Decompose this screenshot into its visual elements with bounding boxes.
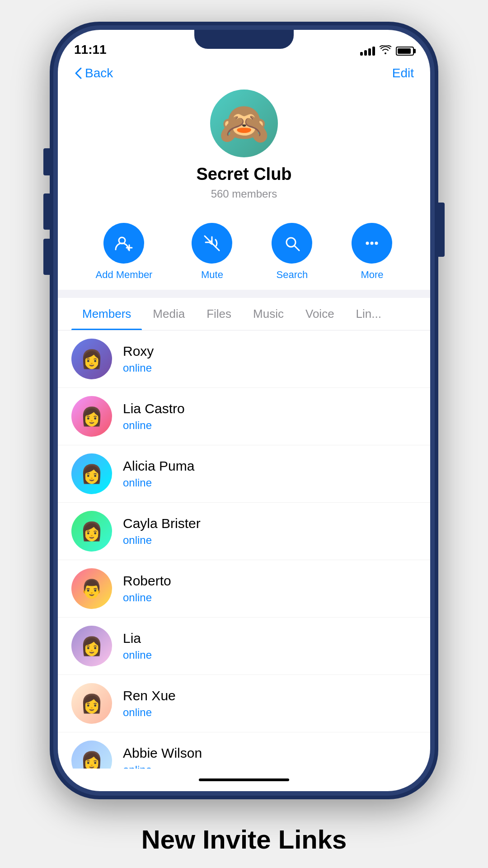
home-bar (199, 778, 289, 781)
member-name: Alicia Puma (123, 458, 194, 474)
member-status: online (123, 591, 171, 604)
member-name: Lia (123, 631, 152, 646)
phone-frame: 11:11 (50, 22, 438, 799)
list-item[interactable]: 👩 Abbie Wilson online (58, 732, 430, 769)
avatar: 👩 (71, 511, 112, 552)
svg-point-7 (371, 242, 374, 245)
group-header: 🙈 Secret Club 560 members (58, 85, 430, 214)
search-action-button[interactable]: Search (272, 223, 312, 281)
more-label: More (361, 269, 383, 281)
add-member-button[interactable]: Add Member (96, 223, 153, 281)
tab-links[interactable]: Lin... (345, 298, 392, 330)
member-status: online (123, 764, 202, 769)
avatar: 👩 (71, 683, 112, 724)
tab-members[interactable]: Members (71, 298, 142, 330)
avatar: 👩 (71, 453, 112, 494)
wifi-icon (380, 45, 391, 57)
section-divider (58, 290, 430, 298)
status-time: 11:11 (74, 42, 107, 57)
notch (194, 30, 294, 49)
tab-files[interactable]: Files (196, 298, 242, 330)
more-action-button[interactable]: More (352, 223, 392, 281)
mute-action-button[interactable]: Mute (192, 223, 232, 281)
page-wrapper: 11:11 (0, 0, 488, 868)
search-label: Search (277, 269, 308, 281)
member-name: Roberto (123, 573, 171, 589)
back-button[interactable]: Back (74, 66, 113, 80)
tab-media[interactable]: Media (142, 298, 196, 330)
volume-up-button (43, 193, 50, 230)
power-button (438, 203, 445, 257)
list-item[interactable]: 👩 Cayla Brister online (58, 503, 430, 560)
group-avatar: 🙈 (210, 90, 278, 157)
member-name: Lia Castro (123, 401, 185, 416)
list-item[interactable]: 👩 Lia Castro online (58, 388, 430, 445)
list-item[interactable]: 👩 Roxy online (58, 330, 430, 388)
add-member-icon-circle (103, 223, 144, 264)
avatar: 👩 (71, 741, 112, 769)
member-status: online (123, 706, 176, 719)
tab-voice[interactable]: Voice (295, 298, 345, 330)
member-status: online (123, 476, 194, 489)
member-status: online (123, 362, 154, 374)
back-label: Back (85, 66, 113, 80)
member-name: Cayla Brister (123, 516, 201, 531)
action-buttons: Add Member Mute (58, 214, 430, 290)
mute-button (43, 148, 50, 175)
svg-line-5 (295, 246, 299, 250)
mute-label: Mute (201, 269, 223, 281)
volume-down-button (43, 239, 50, 275)
bottom-text: New Invite Links (0, 824, 488, 854)
signal-icon (360, 47, 375, 56)
status-icons (360, 45, 414, 57)
avatar: 👩 (71, 339, 112, 379)
edit-button[interactable]: Edit (392, 66, 414, 80)
group-avatar-emoji: 🙈 (219, 100, 269, 147)
more-icon-circle (352, 223, 392, 264)
member-status: online (123, 649, 152, 661)
phone-screen: 11:11 (58, 30, 430, 791)
svg-point-6 (366, 242, 369, 245)
home-indicator (58, 769, 430, 791)
add-member-label: Add Member (96, 269, 153, 281)
battery-icon (396, 47, 414, 56)
list-item[interactable]: 👩 Lia online (58, 618, 430, 675)
svg-point-8 (375, 242, 378, 245)
members-list: 👩 Roxy online 👩 Lia Castro online (58, 330, 430, 769)
member-status: online (123, 419, 185, 432)
group-name: Secret Club (196, 165, 291, 184)
member-name: Ren Xue (123, 688, 176, 703)
tabs-bar: Members Media Files Music Voice Lin... (58, 298, 430, 330)
list-item[interactable]: 👩 Alicia Puma online (58, 445, 430, 503)
avatar: 👩 (71, 626, 112, 666)
avatar: 👩 (71, 396, 112, 437)
mute-icon-circle (192, 223, 232, 264)
member-name: Abbie Wilson (123, 745, 202, 761)
avatar: 👨 (71, 568, 112, 609)
search-icon-circle (272, 223, 312, 264)
member-name: Roxy (123, 344, 154, 359)
member-status: online (123, 534, 201, 547)
list-item[interactable]: 👨 Roberto online (58, 560, 430, 618)
nav-bar: Back Edit (58, 61, 430, 85)
tab-music[interactable]: Music (242, 298, 295, 330)
list-item[interactable]: 👩 Ren Xue online (58, 675, 430, 732)
group-members-count: 560 members (211, 188, 277, 200)
